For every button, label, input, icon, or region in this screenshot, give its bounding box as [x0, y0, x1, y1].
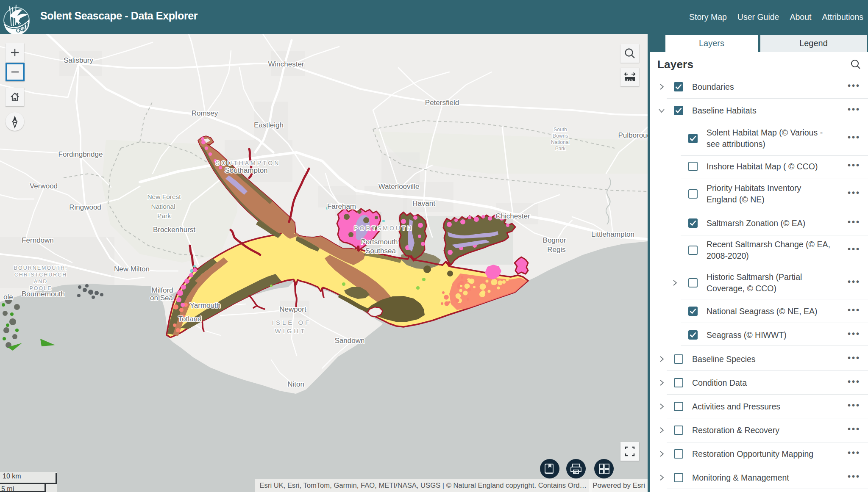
- svg-text:AND: AND: [34, 279, 47, 285]
- svg-text:Petersfield: Petersfield: [425, 99, 459, 107]
- svg-text:Ringwood: Ringwood: [69, 203, 101, 211]
- svg-text:Verwood: Verwood: [30, 182, 58, 190]
- svg-text:ole: ole: [3, 293, 13, 301]
- svg-text:Regis: Regis: [547, 246, 565, 254]
- svg-text:Fareham: Fareham: [327, 202, 356, 210]
- svg-text:Salisbury: Salisbury: [64, 56, 93, 64]
- svg-text:South: South: [554, 127, 567, 133]
- svg-text:Waterlooville: Waterlooville: [378, 182, 420, 191]
- svg-text:Totland: Totland: [178, 315, 202, 323]
- svg-text:on Sea: on Sea: [150, 294, 173, 302]
- svg-text:New Forest: New Forest: [147, 193, 181, 200]
- svg-text:Eastleigh: Eastleigh: [254, 121, 284, 129]
- svg-text:New Milton: New Milton: [114, 265, 150, 273]
- svg-text:Park: Park: [157, 212, 171, 219]
- svg-text:Pulborough: Pulborough: [618, 131, 648, 139]
- svg-text:Brockenhurst: Brockenhurst: [153, 226, 195, 234]
- svg-text:Park: Park: [555, 146, 566, 152]
- svg-text:SOUTHAMPTON: SOUTHAMPTON: [216, 160, 281, 166]
- svg-text:Ferndown: Ferndown: [22, 236, 54, 244]
- svg-text:Southampton: Southampton: [225, 166, 267, 174]
- svg-text:Romsey: Romsey: [192, 109, 218, 117]
- svg-text:Newport: Newport: [279, 305, 306, 313]
- svg-text:Portsmouth: Portsmouth: [361, 238, 398, 246]
- svg-text:Chichester: Chichester: [495, 212, 530, 220]
- svg-text:Niton: Niton: [287, 380, 304, 388]
- svg-text:Downs: Downs: [553, 133, 568, 139]
- svg-text:BOURNEMOUTH,: BOURNEMOUTH,: [14, 265, 68, 271]
- svg-text:Southsea: Southsea: [365, 247, 396, 255]
- svg-text:Milford: Milford: [151, 286, 173, 294]
- svg-text:Havant: Havant: [412, 199, 435, 207]
- svg-text:WIGHT: WIGHT: [275, 327, 307, 334]
- svg-text:National: National: [151, 203, 175, 210]
- svg-text:Winchester: Winchester: [268, 60, 304, 68]
- svg-text:ISLE OF: ISLE OF: [272, 319, 312, 326]
- svg-text:PORTSMOUTH: PORTSMOUTH: [354, 225, 413, 232]
- svg-text:Fordingbridge: Fordingbridge: [58, 150, 103, 158]
- svg-text:POOLE: POOLE: [29, 285, 52, 291]
- svg-text:Yarmouth: Yarmouth: [190, 301, 220, 310]
- svg-text:Sandown: Sandown: [335, 337, 365, 345]
- svg-text:National: National: [551, 139, 570, 145]
- svg-text:CHRISTCHURCH: CHRISTCHURCH: [14, 272, 67, 278]
- svg-text:Littlehampton: Littlehampton: [591, 230, 634, 238]
- svg-text:Bognor: Bognor: [543, 236, 566, 244]
